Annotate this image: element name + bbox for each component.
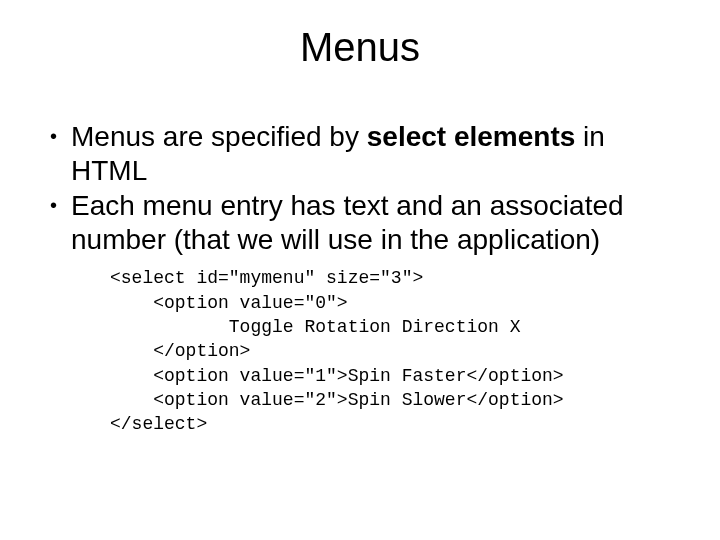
bullet-item: • Each menu entry has text and an associ… bbox=[50, 189, 680, 256]
bullet-text: Each menu entry has text and an associat… bbox=[71, 189, 680, 256]
bullet-text: Menus are specified by select elements i… bbox=[71, 120, 680, 187]
bullet-text-pre: Menus are specified by bbox=[71, 121, 367, 152]
slide-title: Menus bbox=[40, 25, 680, 70]
bullet-dot-icon: • bbox=[50, 191, 57, 219]
content-area: • Menus are specified by select elements… bbox=[40, 120, 680, 436]
bullet-dot-icon: • bbox=[50, 122, 57, 150]
bullet-item: • Menus are specified by select elements… bbox=[50, 120, 680, 187]
code-block: <select id="mymenu" size="3"> <option va… bbox=[110, 266, 680, 436]
bullet-text-pre: Each menu entry has text and an associat… bbox=[71, 190, 624, 255]
slide: Menus • Menus are specified by select el… bbox=[0, 0, 720, 540]
bullet-text-bold: select elements bbox=[367, 121, 576, 152]
